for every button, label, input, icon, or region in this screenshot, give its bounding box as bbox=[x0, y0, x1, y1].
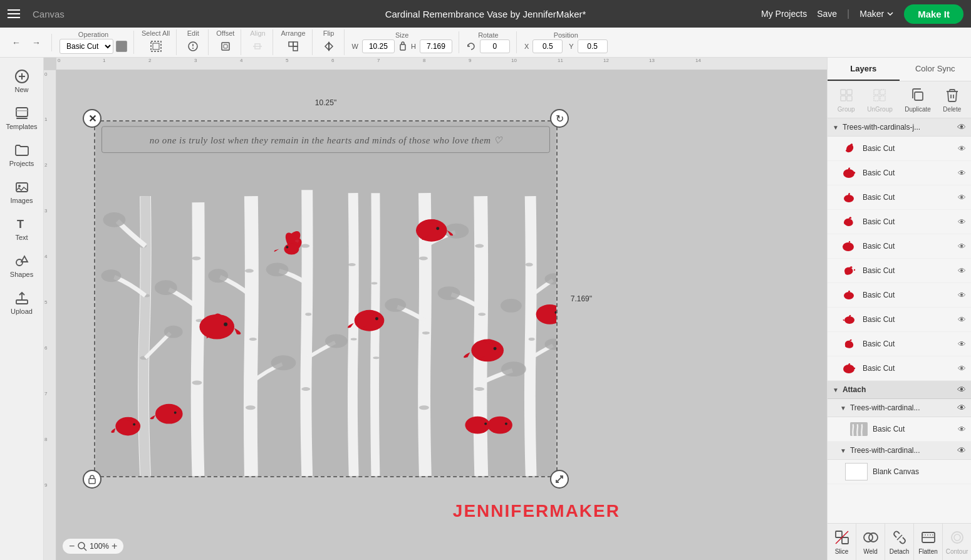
watermark: JENNIFERMAKER bbox=[453, 501, 620, 521]
select-all-button[interactable] bbox=[147, 38, 165, 55]
attach-group-2-header[interactable]: ▼ Trees-with-cardinal... 👁 bbox=[828, 442, 971, 460]
undo-button[interactable]: ← bbox=[8, 34, 25, 51]
rotate-handle[interactable]: ↻ bbox=[550, 109, 569, 128]
arrange-group: Arrange bbox=[281, 29, 312, 55]
layer-item[interactable]: Basic Cut 👁 bbox=[828, 185, 971, 210]
svg-rect-13 bbox=[400, 44, 405, 50]
redo-button[interactable]: → bbox=[28, 34, 45, 51]
left-sidebar: New Templates Projects Images T Text Sha… bbox=[0, 58, 44, 560]
make-it-button[interactable]: Make It bbox=[904, 4, 963, 24]
layer-eye-8[interactable]: 👁 bbox=[958, 315, 966, 324]
lock-ratio-icon[interactable] bbox=[399, 41, 407, 53]
svg-point-83 bbox=[174, 412, 177, 414]
height-input[interactable] bbox=[420, 39, 452, 53]
ruler-horizontal: 0 1 2 3 4 5 6 7 8 9 10 11 12 13 14 bbox=[56, 58, 827, 70]
layer-item[interactable]: Basic Cut 👁 bbox=[828, 161, 971, 185]
layer-item[interactable]: Basic Cut 👁 bbox=[828, 137, 971, 161]
x-input[interactable] bbox=[532, 39, 563, 53]
width-input[interactable] bbox=[362, 39, 395, 53]
slice-label: Slice bbox=[835, 548, 849, 555]
lock-handle[interactable] bbox=[83, 470, 101, 489]
zoom-out-button[interactable]: − bbox=[69, 541, 75, 552]
design-container[interactable]: 10.25" 7.169" ✕ ↻ bbox=[94, 120, 558, 477]
attach-group-1-header[interactable]: ▼ Trees-with-cardinal... 👁 bbox=[828, 399, 971, 417]
sidebar-item-text[interactable]: T Text bbox=[3, 212, 41, 246]
svg-point-90 bbox=[78, 542, 85, 549]
zoom-in-button[interactable]: + bbox=[112, 541, 117, 552]
layer-eye-5[interactable]: 👁 bbox=[958, 242, 966, 251]
my-projects-link[interactable]: My Projects bbox=[761, 9, 807, 19]
svg-point-37 bbox=[245, 269, 254, 272]
rotate-input[interactable] bbox=[480, 39, 510, 53]
sidebar-item-templates[interactable]: Templates bbox=[3, 101, 41, 135]
layer-item[interactable]: Basic Cut 👁 bbox=[828, 332, 971, 356]
operation-select[interactable]: Basic Cut bbox=[60, 39, 113, 54]
duplicate-button[interactable]: Duplicate bbox=[905, 86, 931, 113]
svg-point-41 bbox=[305, 313, 311, 316]
save-link[interactable]: Save bbox=[817, 9, 837, 19]
slice-button[interactable]: Slice bbox=[828, 524, 856, 560]
flatten-button[interactable]: Flatten bbox=[914, 524, 943, 560]
hamburger-menu[interactable] bbox=[8, 9, 20, 18]
layer-eye-4[interactable]: 👁 bbox=[958, 217, 966, 227]
svg-text:no one is truly lost when they: no one is truly lost when they remain in… bbox=[150, 135, 503, 145]
blank-canvas-item[interactable]: Blank Canvas bbox=[828, 460, 971, 484]
sidebar-item-images[interactable]: Images bbox=[3, 175, 41, 209]
layer-item[interactable]: Basic Cut 👁 bbox=[828, 308, 971, 332]
attach-layer-item[interactable]: Basic Cut 👁 bbox=[828, 417, 971, 442]
svg-rect-1 bbox=[153, 43, 159, 49]
layer-eye-9[interactable]: 👁 bbox=[958, 340, 966, 349]
y-input[interactable] bbox=[578, 39, 608, 53]
topbar: Canvas Cardinal Remembrance Vase by Jenn… bbox=[0, 0, 971, 28]
arrange-label: Arrange bbox=[281, 29, 305, 37]
main-group-eye[interactable]: 👁 bbox=[957, 122, 966, 132]
layer-item[interactable]: Basic Cut 👁 bbox=[828, 259, 971, 283]
detach-button[interactable]: Detach bbox=[885, 524, 914, 560]
tab-color-sync[interactable]: Color Sync bbox=[900, 58, 972, 81]
layer-eye-2[interactable]: 👁 bbox=[958, 169, 966, 178]
attach-group1-eye[interactable]: 👁 bbox=[957, 403, 966, 413]
close-selection-button[interactable]: ✕ bbox=[83, 109, 101, 128]
maker-dropdown[interactable]: Maker bbox=[859, 9, 894, 19]
layer-eye-1[interactable]: 👁 bbox=[958, 144, 966, 153]
blank-canvas-thumbnail bbox=[845, 463, 868, 480]
arrange-button[interactable] bbox=[284, 38, 302, 55]
attach-group2-name: Trees-with-cardinal... bbox=[850, 446, 953, 455]
sidebar-item-upload[interactable]: Upload bbox=[3, 286, 41, 320]
resize-handle[interactable] bbox=[550, 470, 569, 489]
layer-eye-6[interactable]: 👁 bbox=[958, 266, 966, 276]
canvas-working-area[interactable]: 10.25" 7.169" ✕ ↻ bbox=[56, 70, 827, 560]
layer-eye-7[interactable]: 👁 bbox=[958, 291, 966, 300]
weld-button[interactable]: Weld bbox=[856, 524, 885, 560]
svg-rect-11 bbox=[293, 42, 298, 46]
position-group: Position X Y bbox=[524, 31, 614, 53]
offset-button[interactable] bbox=[217, 38, 234, 55]
attach-eye[interactable]: 👁 bbox=[957, 385, 966, 395]
svg-point-103 bbox=[843, 242, 854, 251]
duplicate-label: Duplicate bbox=[905, 106, 931, 113]
edit-button[interactable] bbox=[184, 38, 202, 55]
sidebar-item-shapes[interactable]: Shapes bbox=[3, 249, 41, 283]
svg-point-55 bbox=[103, 212, 126, 227]
canvas-area[interactable]: 0 1 2 3 4 5 6 7 8 9 10 11 12 13 14 0 1 bbox=[44, 58, 827, 560]
attach-layer-eye[interactable]: 👁 bbox=[958, 425, 966, 434]
layer-eye-3[interactable]: 👁 bbox=[958, 193, 966, 202]
color-swatch[interactable] bbox=[116, 41, 127, 52]
delete-button[interactable]: Delete bbox=[943, 86, 961, 113]
layer-eye-10[interactable]: 👁 bbox=[958, 364, 966, 373]
layer-item[interactable]: Basic Cut 👁 bbox=[828, 356, 971, 381]
tab-layers[interactable]: Layers bbox=[828, 58, 900, 81]
attach-group2-eye[interactable]: 👁 bbox=[957, 445, 966, 455]
layer-item[interactable]: Basic Cut 👁 bbox=[828, 234, 971, 259]
sidebar-item-projects[interactable]: Projects bbox=[3, 138, 41, 172]
layer-item[interactable]: Basic Cut 👁 bbox=[828, 210, 971, 234]
layer-item[interactable]: Basic Cut 👁 bbox=[828, 283, 971, 308]
attach-layer-thumbnail bbox=[850, 420, 868, 438]
main-group-header[interactable]: ▼ Trees-with-cardinals-j... 👁 bbox=[828, 118, 971, 137]
svg-point-71 bbox=[286, 246, 288, 249]
sidebar-item-new[interactable]: New bbox=[3, 64, 41, 98]
svg-rect-5 bbox=[222, 43, 229, 50]
ungroup-icon bbox=[871, 86, 888, 104]
design-canvas[interactable]: no one is truly lost when they remain in… bbox=[94, 120, 558, 477]
flip-button[interactable] bbox=[320, 38, 338, 55]
